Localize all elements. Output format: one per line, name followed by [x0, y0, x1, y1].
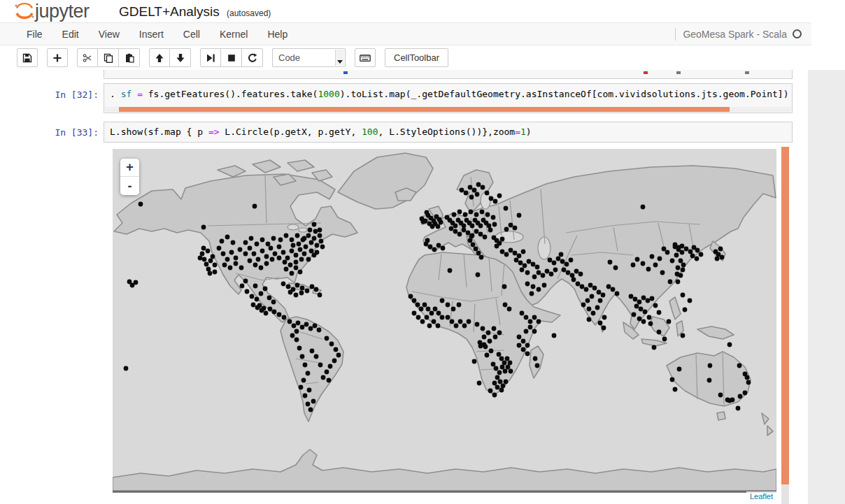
- menu-file[interactable]: File: [17, 24, 52, 45]
- kernel-name: GeoMesa Spark - Scala: [683, 29, 787, 40]
- chevron-down-icon: [337, 60, 343, 64]
- map-zoom-control: + -: [120, 159, 139, 195]
- kernel-indicator-zone: GeoMesa Spark - Scala: [675, 28, 802, 41]
- autosave-status: (autosaved): [227, 8, 271, 18]
- cell-prompt-33: In [33]:: [0, 127, 99, 138]
- paste-icon: [125, 53, 134, 63]
- menu-cell[interactable]: Cell: [173, 24, 210, 45]
- menu-help[interactable]: Help: [257, 24, 297, 45]
- world-map[interactable]: [113, 149, 776, 493]
- jupyter-logo[interactable]: jupyter: [14, 1, 90, 21]
- zoom-in-button[interactable]: +: [120, 159, 139, 177]
- vertical-scrollbar-track[interactable]: [781, 147, 789, 504]
- cell-type-select[interactable]: Code: [272, 48, 346, 67]
- code-cell-partial[interactable]: [104, 70, 793, 79]
- vertical-scrollbar-thumb[interactable]: [781, 147, 789, 484]
- restart-icon: [248, 53, 257, 63]
- cell-prompt-32: In [32]:: [0, 89, 99, 100]
- move-cell-down-button[interactable]: [170, 48, 191, 67]
- menu-edit[interactable]: Edit: [52, 24, 89, 45]
- jupyter-logo-icon: [14, 1, 35, 21]
- run-cell-button[interactable]: [200, 48, 221, 67]
- add-cell-button[interactable]: [47, 48, 68, 67]
- menu-insert[interactable]: Insert: [129, 24, 173, 45]
- scissors-icon: [83, 53, 92, 63]
- restart-kernel-button[interactable]: [242, 48, 263, 67]
- code-line-32[interactable]: . sf = fs.getFeatures().features.take(10…: [104, 84, 792, 99]
- select-dropdown[interactable]: [335, 50, 344, 66]
- leaflet-attribution-link[interactable]: Leaflet: [746, 491, 776, 501]
- code-cell-input-32[interactable]: . sf = fs.getFeatures().features.take(10…: [104, 83, 793, 113]
- notebook-title[interactable]: GDELT+Analysis: [119, 4, 220, 20]
- menu-view[interactable]: View: [89, 24, 129, 45]
- notebook-header: jupyter GDELT+Analysis (autosaved): [0, 0, 845, 22]
- horizontal-scrollbar-track[interactable]: [105, 107, 791, 112]
- kernel-divider: [675, 28, 676, 41]
- code-line-33[interactable]: L.show(sf.map { p => L.Circle(p.getX, p.…: [104, 122, 792, 137]
- horizontal-scrollbar-thumb[interactable]: [119, 107, 730, 112]
- plus-icon: [52, 53, 62, 63]
- celltoolbar-button[interactable]: CellToolbar: [385, 48, 448, 67]
- save-icon: [22, 53, 32, 63]
- run-icon: [206, 53, 215, 63]
- kernel-idle-icon: [793, 29, 802, 38]
- paste-cell-button[interactable]: [119, 48, 140, 67]
- arrow-down-icon: [176, 53, 185, 63]
- jupyter-logo-text: jupyter: [35, 1, 90, 21]
- copy-cell-button[interactable]: [98, 48, 119, 67]
- command-palette-button[interactable]: [355, 48, 376, 67]
- interrupt-kernel-button[interactable]: [221, 48, 242, 67]
- code-cell-input-33[interactable]: L.show(sf.map { p => L.Circle(p.getX, p.…: [104, 122, 793, 143]
- menu-kernel[interactable]: Kernel: [210, 24, 257, 45]
- cell-type-value: Code: [273, 52, 300, 63]
- arrow-up-icon: [155, 53, 164, 63]
- keyboard-icon: [360, 53, 371, 63]
- menu-list: File Edit View Insert Cell Kernel Help: [17, 24, 297, 45]
- move-cell-up-button[interactable]: [149, 48, 170, 67]
- menubar: File Edit View Insert Cell Kernel Help G…: [0, 22, 811, 45]
- save-button[interactable]: [17, 48, 38, 67]
- leaflet-map-output[interactable]: + - Leaflet: [113, 149, 776, 504]
- copy-icon: [104, 53, 113, 63]
- cut-cell-button[interactable]: [77, 48, 98, 67]
- zoom-out-button[interactable]: -: [120, 177, 139, 195]
- page-background-gutter: [808, 70, 845, 504]
- toolbar: Code CellToolbar: [0, 45, 845, 70]
- stop-icon: [227, 53, 236, 63]
